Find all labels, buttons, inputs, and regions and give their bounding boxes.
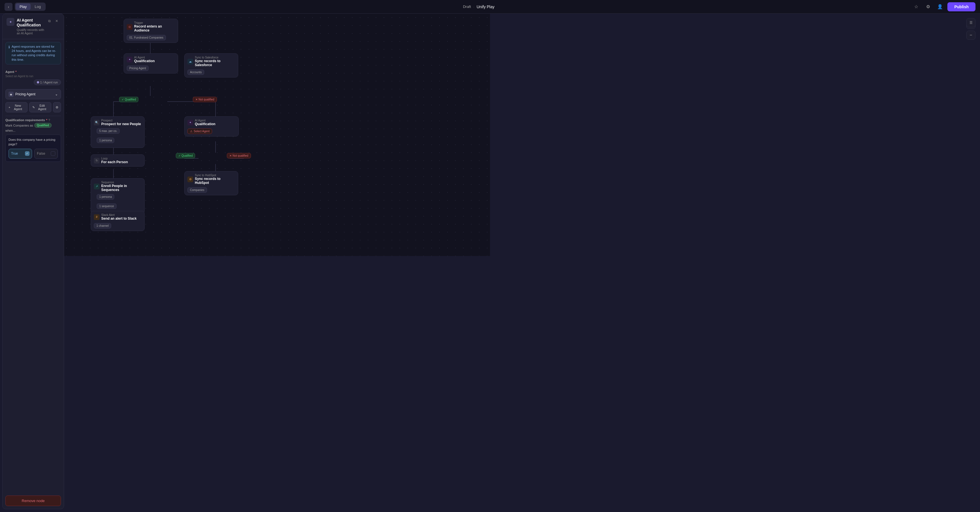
ai-qual-main-title: Qualification <box>134 59 155 63</box>
prospect-title: Prospect for new People <box>101 122 141 126</box>
ai-qual-main-node[interactable]: ✦ AI Agent Qualification Pricing Agent <box>124 53 178 73</box>
ai-qual-right-label: AI Agent <box>195 119 215 122</box>
trigger-icon: ⊙ <box>127 24 132 30</box>
loop-node[interactable]: ↻ Loop For each Person <box>91 155 145 167</box>
loop-label: Loop <box>101 157 128 160</box>
node-detail-panel: ✦ AI Agent Qualification Qualify records… <box>2 14 64 256</box>
prospect-icon: 🔍 <box>94 120 100 126</box>
chevron-down-icon: ⌄ <box>55 92 58 96</box>
panel-title-text: AI Agent Qualification Qualify records w… <box>17 18 46 35</box>
draft-status: Draft <box>463 5 471 9</box>
ai-qual-right-tag: ⚠ Select Agent <box>188 129 212 134</box>
prospect-header: 🔍 Prospect Prospect for new People <box>91 116 144 128</box>
copy-button[interactable]: ⧉ <box>46 18 52 24</box>
ai-qual-right-header: ✦ AI Agent Qualification <box>185 116 239 128</box>
prospect-tag1: 5 max. per co. <box>97 128 120 134</box>
false-option[interactable]: False <box>34 149 58 159</box>
true-checkbox[interactable]: ✓ <box>25 151 30 156</box>
edit-icon: ✎ <box>32 105 35 109</box>
trigger-node-header: ⊙ Trigger Record enters an Audience <box>124 19 178 35</box>
sequence-node[interactable]: ↗ Sequence Enroll People in Sequences 1 … <box>91 178 145 214</box>
slack-title: Send an alert to Slack <box>101 217 137 220</box>
loop-icon: ↻ <box>94 158 100 163</box>
trigger-label: Trigger <box>134 21 175 24</box>
qualified-badge-2: ✓ Qualified <box>176 153 195 158</box>
close-panel-button[interactable]: ✕ <box>54 18 60 24</box>
slack-header: # Slack Alert Send an alert to Slack <box>91 211 144 223</box>
sync-sf-header: ☁ Sync to Salesforce Sync records to Sal… <box>185 54 238 69</box>
ai-qual-main-label: AI Agent <box>134 56 155 59</box>
ai-qual-right-title: Qualification <box>195 122 215 126</box>
back-button[interactable]: ‹ <box>5 3 13 11</box>
sync-hubspot-label: Sync to HubSpot <box>195 174 235 177</box>
not-qualified-badge-1-text: ✕ Not qualified <box>193 97 217 102</box>
ai-qual-main-header: ✦ AI Agent Qualification <box>124 54 178 65</box>
sync-hubspot-node[interactable]: ⚙ Sync to HubSpot Sync records to HubSpo… <box>184 171 238 195</box>
new-agent-button[interactable]: + New Agent <box>5 102 27 112</box>
not-qualified-badge-1: ✕ Not qualified <box>193 96 217 102</box>
qual-mark-text: Mark Companies as <box>5 124 33 127</box>
sequence-header: ↗ Sequence Enroll People in Sequences <box>91 179 144 194</box>
plus-icon: + <box>8 105 10 109</box>
loop-header: ↻ Loop For each Person <box>91 155 144 166</box>
not-qualified-badge-2-text: ✕ Not qualified <box>227 153 251 158</box>
qual-when-text: when... <box>5 129 15 132</box>
panel-body: Agent* Select an Agent to run 1 / Agent … <box>3 67 64 256</box>
sequence-label: Sequence <box>101 181 142 184</box>
trigger-node[interactable]: ⊙ Trigger Record enters an Audience 01. … <box>124 19 178 43</box>
x-icon-2: ✕ <box>229 154 232 157</box>
panel-header-icons: ⧉ ✕ <box>46 18 60 24</box>
qual-field-label: Qualification requirements* ? <box>5 118 61 122</box>
panel-title-row: ✦ AI Agent Qualification Qualify records… <box>6 18 60 35</box>
tab-log[interactable]: Log <box>30 3 45 10</box>
info-icon: ℹ <box>8 45 10 49</box>
tab-play[interactable]: Play <box>16 3 30 10</box>
qualified-badge: Qualified <box>34 123 52 128</box>
prospect-label: Prospect <box>101 119 141 122</box>
ai-qual-main-tag: Pricing Agent <box>127 65 149 71</box>
sync-sf-node[interactable]: ☁ Sync to Salesforce Sync records to Sal… <box>184 53 238 78</box>
topbar: ‹ Play Log Draft · Unify Play ☆ ⚙ 👤 Publ… <box>0 0 490 14</box>
qual-row: Mark Companies as Qualified when... <box>5 123 61 132</box>
sync-hubspot-tag: Companies <box>188 187 207 193</box>
trigger-title: Record enters an Audience <box>134 24 175 32</box>
agent-btn-row: + New Agent ✎ Edit Agent ⚙ <box>5 102 61 112</box>
play-title: Unify Play <box>477 5 490 9</box>
panel-title: AI Agent Qualification <box>17 18 46 27</box>
slack-label: Slack Alert <box>101 214 137 217</box>
sync-hubspot-title: Sync records to HubSpot <box>195 177 235 185</box>
help-icon: ? <box>48 119 50 122</box>
slack-tag: 1 channel <box>94 223 111 228</box>
topbar-center: Draft · Unify Play <box>463 5 490 9</box>
sequence-title: Enroll People in Sequences <box>101 184 142 192</box>
not-qualified-badge-2: ✕ Not qualified <box>227 153 251 158</box>
ai-qual-right-node[interactable]: ✦ AI Agent Qualification ⚠ Select Agent <box>184 116 239 137</box>
prospect-tag-row: 5 max. per co. 1 persona <box>91 128 144 148</box>
false-checkbox[interactable] <box>51 151 55 156</box>
canvas: ⊙ Trigger Record enters an Audience 01. … <box>62 14 490 256</box>
sep: · <box>473 5 474 9</box>
tab-group: Play Log <box>15 3 46 11</box>
agent-run-badge: 1 / Agent run <box>34 80 61 85</box>
edit-agent-button[interactable]: ✎ Edit Agent <box>29 102 51 112</box>
info-text: Agent responses are stored for 24 hours,… <box>12 45 58 62</box>
topbar-left: ‹ Play Log <box>5 3 46 11</box>
sequence-icon: ↗ <box>94 183 100 189</box>
gear-button[interactable]: ⚙ <box>53 102 61 112</box>
question-text: Does this company have a pricing page? <box>8 138 55 145</box>
true-option[interactable]: True ✓ <box>8 149 32 159</box>
checkbox-group: True ✓ False <box>8 149 58 159</box>
agent-field-sub: Select an Agent to run <box>5 75 61 78</box>
sync-hubspot-icon: ⚙ <box>188 177 193 182</box>
sequence-tag2: 1 sequence <box>97 204 116 209</box>
qualified-badge-1-text: ✓ Qualified <box>119 97 138 102</box>
agent-select-dropdown[interactable]: ◈ Pricing Agent ⌄ <box>5 89 61 99</box>
section-divider <box>5 116 61 116</box>
qualified-badge-2-text: ✓ Qualified <box>176 153 195 158</box>
ai-qual-main-icon: ✦ <box>127 57 132 62</box>
question-box: Does this company have a pricing page? T… <box>5 134 61 162</box>
prospect-node[interactable]: 🔍 Prospect Prospect for new People 5 max… <box>91 116 145 148</box>
warning-icon: ⚠ <box>190 130 192 133</box>
info-banner: ℹ Agent responses are stored for 24 hour… <box>5 42 61 65</box>
slack-node[interactable]: # Slack Alert Send an alert to Slack 1 c… <box>91 211 145 231</box>
